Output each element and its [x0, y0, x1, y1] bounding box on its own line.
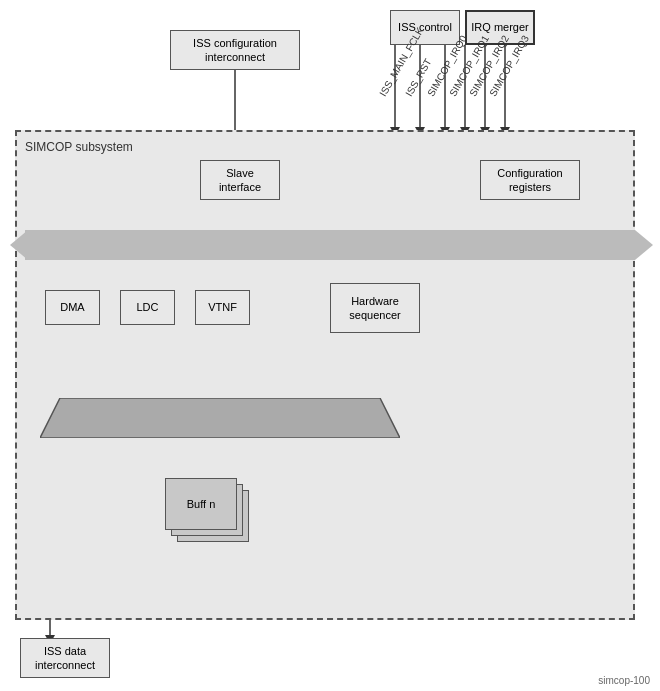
hw-sequencer-block: Hardware sequencer	[330, 283, 420, 333]
diagram-container: ISS configuration interconnect ISS contr…	[0, 0, 660, 691]
vtnf-block: VTNF	[195, 290, 250, 325]
bus-arrow-left	[10, 230, 28, 260]
ldc-block: LDC	[120, 290, 175, 325]
main-bus-bar	[25, 230, 635, 260]
slave-interface-label: Slave interface	[205, 166, 275, 195]
diagram-id: simcop-100	[598, 675, 650, 686]
bus-arrow-right	[635, 230, 653, 260]
slave-interface-block: Slave interface	[200, 160, 280, 200]
iss-data-block: ISS data interconnect	[20, 638, 110, 678]
iss-control-label: ISS control	[398, 20, 452, 34]
iss-config-block: ISS configuration interconnect	[170, 30, 300, 70]
config-registers-block: Configuration registers	[480, 160, 580, 200]
iss-config-label: ISS configuration interconnect	[175, 36, 295, 65]
internal-bus	[40, 398, 400, 438]
dma-label: DMA	[60, 300, 84, 314]
vtnf-label: VTNF	[208, 300, 237, 314]
iss-control-block: ISS control	[390, 10, 460, 45]
buff-block-front: Buff n	[165, 478, 237, 530]
dma-block: DMA	[45, 290, 100, 325]
simcop-label: SIMCOP subsystem	[25, 140, 133, 154]
hw-sequencer-label: Hardware sequencer	[335, 294, 415, 323]
simcop-subsystem-box	[15, 130, 635, 620]
iss-data-label: ISS data interconnect	[25, 644, 105, 673]
buff-label: Buff n	[187, 498, 216, 510]
config-registers-label: Configuration registers	[485, 166, 575, 195]
ldc-label: LDC	[136, 300, 158, 314]
svg-marker-49	[40, 398, 400, 438]
buff-stack: Buff n	[165, 478, 245, 538]
irq-merger-label: IRQ merger	[471, 20, 528, 34]
